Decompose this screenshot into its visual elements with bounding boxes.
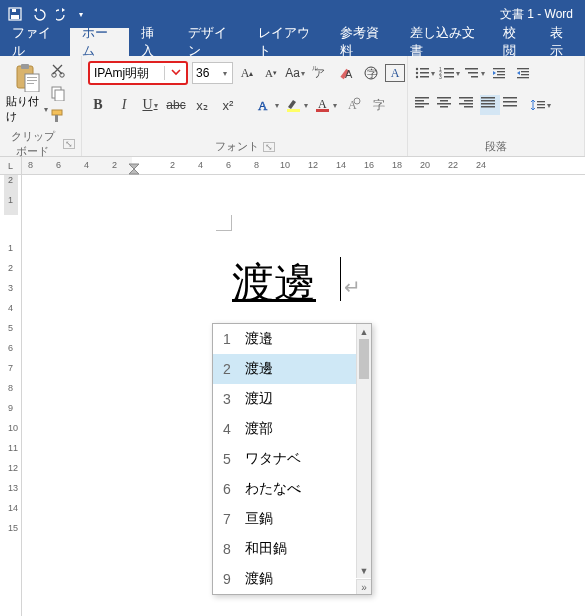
- ime-candidate[interactable]: 6わたなべ: [213, 474, 371, 504]
- svg-rect-7: [27, 80, 37, 81]
- ime-candidate-text: 渡鍋: [241, 570, 371, 588]
- svg-rect-28: [420, 68, 429, 70]
- numbering-button[interactable]: 123▾: [439, 62, 460, 84]
- align-justify-button[interactable]: [480, 95, 500, 115]
- horizontal-ruler[interactable]: 864224681012141618202224: [22, 157, 585, 175]
- char-border-button[interactable]: A: [385, 64, 405, 82]
- tab-view[interactable]: 表示: [538, 28, 585, 56]
- ime-candidate-text: ワタナベ: [241, 450, 371, 468]
- ime-candidate-number: 2: [213, 361, 241, 377]
- text-effects-button[interactable]: A▾: [256, 94, 279, 116]
- paragraph-group-label: 段落: [485, 139, 507, 154]
- undo-icon[interactable]: [30, 7, 48, 21]
- align-left-button[interactable]: [414, 95, 434, 115]
- ruler-number: 2: [170, 160, 175, 170]
- align-center-button[interactable]: [436, 95, 456, 115]
- ime-expand-button[interactable]: »: [356, 579, 371, 594]
- ime-candidate[interactable]: 3渡辺: [213, 384, 371, 414]
- ime-candidate[interactable]: 5ワタナベ: [213, 444, 371, 474]
- paste-label: 貼り付け: [6, 94, 43, 124]
- font-name-dropdown-icon[interactable]: [164, 66, 186, 80]
- tab-file[interactable]: ファイル: [0, 28, 70, 56]
- strikethrough-button[interactable]: abc: [166, 94, 186, 116]
- ruler-number: 6: [8, 343, 13, 353]
- ruler-number: 14: [336, 160, 346, 170]
- clear-format-icon[interactable]: A: [337, 62, 357, 84]
- ime-scrollbar[interactable]: ▲ ▼: [356, 324, 371, 578]
- distribute-button[interactable]: [502, 95, 522, 115]
- font-size-input[interactable]: [193, 66, 217, 80]
- vertical-ruler[interactable]: 21123456789101112131415: [0, 175, 22, 616]
- increase-indent-button[interactable]: [513, 62, 533, 84]
- enclose-char2-button[interactable]: 字: [369, 94, 389, 116]
- svg-rect-44: [497, 74, 505, 75]
- italic-button[interactable]: I: [114, 94, 134, 116]
- char-shading-button[interactable]: A: [343, 94, 363, 116]
- tab-home[interactable]: ホーム: [70, 28, 129, 56]
- copy-icon[interactable]: [50, 85, 66, 104]
- svg-rect-41: [471, 76, 478, 78]
- svg-rect-40: [468, 72, 478, 74]
- svg-rect-57: [440, 106, 448, 108]
- underline-button[interactable]: U▾: [140, 94, 160, 116]
- tab-design[interactable]: デザイン: [176, 28, 246, 56]
- ruler-corner[interactable]: L: [0, 157, 22, 175]
- ime-candidate-number: 6: [213, 481, 241, 497]
- scroll-down-icon[interactable]: ▼: [357, 563, 371, 578]
- multilevel-button[interactable]: ▾: [464, 62, 485, 84]
- font-dialog-launcher[interactable]: ⤡: [263, 142, 275, 152]
- ime-candidate-text: 渡邉: [241, 330, 371, 348]
- ime-candidate[interactable]: 7亘鍋: [213, 504, 371, 534]
- qat-more-icon[interactable]: ▾: [79, 10, 83, 19]
- format-painter-icon[interactable]: [50, 108, 66, 127]
- font-size-selector[interactable]: ▾: [192, 62, 233, 84]
- cut-icon[interactable]: [50, 62, 66, 81]
- font-name-selector[interactable]: [88, 61, 188, 85]
- document-area: L 864224681012141618202224 2112345678910…: [0, 157, 585, 616]
- highlight-button[interactable]: ▾: [285, 94, 308, 116]
- phonetic-guide-icon[interactable]: アル: [309, 62, 329, 84]
- ruler-number: 1: [8, 195, 13, 205]
- align-right-button[interactable]: [458, 95, 478, 115]
- enclose-char-icon[interactable]: 字: [361, 62, 381, 84]
- bold-button[interactable]: B: [88, 94, 108, 116]
- decrease-indent-button[interactable]: [489, 62, 509, 84]
- superscript-button[interactable]: x²: [218, 94, 238, 116]
- save-icon[interactable]: [8, 7, 22, 21]
- svg-rect-48: [521, 74, 529, 75]
- ime-candidate[interactable]: 1渡邉: [213, 324, 371, 354]
- ime-candidate[interactable]: 4渡部: [213, 414, 371, 444]
- font-name-input[interactable]: [90, 66, 164, 80]
- ime-candidate-number: 5: [213, 451, 241, 467]
- clipboard-dialog-launcher[interactable]: ⤡: [63, 139, 75, 149]
- bullets-button[interactable]: ▾: [414, 62, 435, 84]
- tab-review[interactable]: 校閲: [491, 28, 538, 56]
- ime-candidate[interactable]: 2渡邊: [213, 354, 371, 384]
- svg-point-27: [416, 68, 418, 70]
- svg-rect-39: [465, 68, 478, 70]
- tab-references[interactable]: 参考資料: [328, 28, 398, 56]
- ime-candidate[interactable]: 8和田鍋: [213, 534, 371, 564]
- document-page[interactable]: 渡邊 ↵ 1渡邉2渡邊3渡辺4渡部5ワタナベ6わたなべ7亘鍋8和田鍋9渡鍋 ▲ …: [22, 175, 585, 616]
- svg-rect-53: [415, 106, 424, 108]
- ruler-number: 12: [8, 463, 18, 473]
- change-case-button[interactable]: Aa▾: [285, 62, 305, 84]
- ruler-number: 8: [28, 160, 33, 170]
- font-color-button[interactable]: A▾: [314, 94, 337, 116]
- shrink-font-button[interactable]: A▾: [261, 62, 281, 84]
- line-spacing-button[interactable]: ▾: [530, 94, 551, 116]
- tab-insert[interactable]: 挿入: [129, 28, 176, 56]
- font-size-dropdown-icon[interactable]: ▾: [218, 69, 232, 78]
- svg-rect-63: [481, 100, 495, 102]
- scroll-up-icon[interactable]: ▲: [357, 324, 371, 339]
- subscript-button[interactable]: x₂: [192, 94, 212, 116]
- tab-layout[interactable]: レイアウト: [246, 28, 328, 56]
- grow-font-button[interactable]: A▴: [237, 62, 257, 84]
- scroll-thumb[interactable]: [359, 339, 369, 379]
- tab-mailings[interactable]: 差し込み文書: [398, 28, 491, 56]
- ruler-number: 5: [8, 323, 13, 333]
- paste-button[interactable]: 貼り付け▾: [6, 60, 48, 127]
- redo-icon[interactable]: [56, 7, 70, 21]
- svg-rect-70: [537, 104, 545, 105]
- ime-candidate[interactable]: 9渡鍋: [213, 564, 371, 594]
